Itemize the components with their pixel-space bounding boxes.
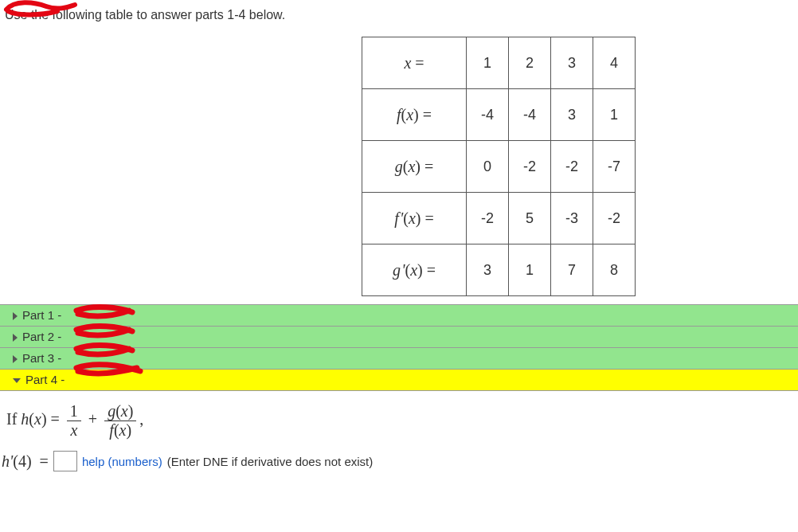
chevron-down-icon [13, 378, 21, 383]
instruction-text: Use the following table to answer parts … [0, 0, 798, 25]
answer-line: h'(4) = help (numbers) (Enter DNE if der… [0, 446, 798, 478]
table-row: x = 1 2 3 4 [362, 37, 636, 89]
table-row: f(x) = -4 -4 3 1 [362, 89, 636, 141]
answer-lhs: h'(4) = [2, 452, 49, 471]
cell: 5 [509, 193, 551, 244]
cell: -2 [509, 141, 551, 193]
cell: -4 [509, 89, 551, 141]
help-link[interactable]: help (numbers) [82, 455, 162, 468]
cell: 3 [551, 37, 593, 89]
question-text: If h(x) = 1 x + g(x) f(x) , [0, 391, 798, 446]
frac-num: g(x) [104, 402, 136, 421]
frac-den: f(x) [104, 421, 136, 440]
chevron-right-icon [13, 312, 18, 320]
cell: 7 [551, 244, 593, 296]
cell: -7 [593, 141, 636, 193]
answer-input[interactable] [53, 451, 77, 471]
row-label: g(x) = [362, 141, 467, 193]
red-scribble-parts [70, 299, 150, 387]
cell: -2 [593, 193, 636, 244]
cell: -2 [467, 193, 509, 244]
parts-accordion: Part 1 - Part 2 - Part 3 - Part 4 - [0, 304, 798, 391]
cell: -4 [467, 89, 509, 141]
chevron-right-icon [13, 334, 18, 342]
cell: 1 [509, 244, 551, 296]
cell: -2 [551, 141, 593, 193]
table-row: f '(x) = -2 5 -3 -2 [362, 193, 636, 244]
cell: -3 [551, 193, 593, 244]
answer-hint: (Enter DNE if derivative does not exist) [167, 455, 373, 468]
plus-sign: + [88, 410, 101, 428]
frac-den: x [67, 421, 81, 440]
frac-num: 1 [67, 402, 81, 421]
data-table-wrap: x = 1 2 3 4 f(x) = -4 -4 3 1 g(x) = 0 -2… [0, 37, 798, 296]
part-label: Part 2 - [22, 330, 61, 343]
cell: 8 [593, 244, 636, 296]
part-label: Part 3 - [22, 351, 61, 365]
table-row: g '(x) = 3 1 7 8 [362, 244, 636, 296]
cell: 1 [467, 37, 509, 89]
row-label: x = [362, 37, 467, 89]
cell: 4 [593, 37, 636, 89]
row-label: f '(x) = [362, 193, 467, 244]
cell: 2 [509, 37, 551, 89]
data-table: x = 1 2 3 4 f(x) = -4 -4 3 1 g(x) = 0 -2… [362, 37, 636, 296]
row-label: f(x) = [362, 89, 467, 141]
q-prefix: If [6, 410, 21, 428]
chevron-right-icon [13, 355, 18, 363]
fraction-2: g(x) f(x) [104, 402, 136, 440]
red-scribble-top [2, 0, 81, 21]
fraction-1: 1 x [67, 402, 81, 440]
cell: 0 [467, 141, 509, 193]
cell: 1 [593, 89, 636, 141]
part-label: Part 1 - [22, 308, 61, 322]
q-suffix: , [139, 410, 143, 428]
cell: 3 [467, 244, 509, 296]
eq-sign: = [47, 410, 64, 428]
table-row: g(x) = 0 -2 -2 -7 [362, 141, 636, 193]
cell: 3 [551, 89, 593, 141]
part-label: Part 4 - [25, 373, 65, 386]
row-label: g '(x) = [362, 244, 467, 296]
